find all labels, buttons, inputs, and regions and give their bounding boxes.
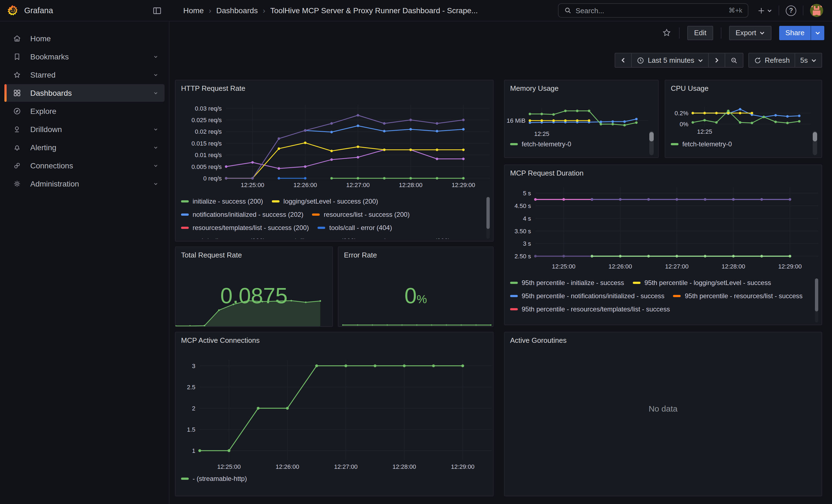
panel-title[interactable]: Active Goroutines <box>510 336 567 344</box>
scrollbar-thumb[interactable] <box>815 278 818 312</box>
avatar[interactable] <box>810 4 823 17</box>
legend-item[interactable]: tools/list - success (200) <box>274 237 356 239</box>
help-icon[interactable]: ? <box>786 5 796 16</box>
sidebar-item-label: Alerting <box>30 143 56 152</box>
panel-active-goroutines: Active Goroutines No data <box>504 332 822 496</box>
refresh-group: Refresh 5s <box>748 53 822 68</box>
panel-cpu-usage: CPU Usage 0.2%0%12:25 fetch-telemetry-0 <box>665 80 822 158</box>
legend-item[interactable]: resources/list - success (200) <box>312 210 410 218</box>
legend-item[interactable]: tools/call - success (200) <box>181 237 265 239</box>
divider <box>679 27 680 38</box>
search-icon <box>564 7 572 14</box>
legend-item[interactable]: notifications/initialized - success (202… <box>181 210 304 218</box>
sidebar-item-starred[interactable]: Starred <box>4 66 164 84</box>
no-data-message: No data <box>504 404 822 413</box>
legend-item[interactable]: 95th percentile - initialize - success <box>510 278 624 287</box>
legend-item[interactable]: fetch-telemetry-0 <box>510 140 571 148</box>
sidebar-item-dashboards[interactable]: Dashboards <box>4 84 164 102</box>
sidebar: HomeBookmarksStarredDashboardsExploreDri… <box>0 22 170 504</box>
grafana-logo-icon[interactable] <box>7 4 19 17</box>
sidebar-item-label: Bookmarks <box>30 52 69 61</box>
share-button[interactable]: Share <box>779 26 810 40</box>
svg-text:2.50 s: 2.50 s <box>515 253 531 260</box>
sidebar-item-home[interactable]: Home <box>4 30 164 47</box>
svg-text:2: 2 <box>192 405 196 412</box>
svg-text:0.015 req/s: 0.015 req/s <box>191 140 222 147</box>
svg-text:12:27:00: 12:27:00 <box>346 182 370 188</box>
legend-item[interactable]: tools/call - error (404) <box>318 223 392 232</box>
refresh-button[interactable]: Refresh <box>748 53 795 68</box>
panel-title[interactable]: MCP Request Duration <box>510 169 583 177</box>
panel-title[interactable]: Memory Usage <box>510 84 558 92</box>
search-input[interactable] <box>576 6 725 15</box>
breadcrumb-separator: › <box>209 6 211 15</box>
time-shift-back-button[interactable] <box>615 53 632 68</box>
zoom-out-button[interactable] <box>724 53 743 68</box>
legend-item[interactable]: unknown - success (200) <box>365 237 450 239</box>
svg-text:0.01 req/s: 0.01 req/s <box>195 152 222 158</box>
time-shift-forward-button[interactable] <box>708 53 725 68</box>
panel-title[interactable]: MCP Active Connections <box>181 336 260 344</box>
panel-title[interactable]: Error Rate <box>344 251 377 259</box>
breadcrumb-dashboards[interactable]: Dashboards <box>216 6 258 15</box>
sidebar-toggle-icon[interactable] <box>152 6 162 15</box>
scrollbar-thumb[interactable] <box>487 197 490 229</box>
legend-item[interactable]: 95th percentile - logging/setLevel - suc… <box>633 278 771 287</box>
breadcrumb-home[interactable]: Home <box>183 6 204 15</box>
plug-icon <box>12 161 22 170</box>
sidebar-item-bookmarks[interactable]: Bookmarks <box>4 48 164 65</box>
svg-text:2.5: 2.5 <box>187 384 196 391</box>
panel-title[interactable]: CPU Usage <box>671 84 708 92</box>
chevron-down-icon <box>152 181 159 187</box>
sidebar-item-connections[interactable]: Connections <box>4 157 164 175</box>
export-button[interactable]: Export <box>729 26 772 40</box>
legend-item[interactable]: logging/setLevel - success (200) <box>272 197 378 205</box>
time-range-group: Last 5 minutes <box>615 53 743 68</box>
panel-http-request-rate: HTTP Request Rate 0 req/s0.005 req/s0.01… <box>175 80 494 242</box>
mcp-active-connections-chart[interactable]: 11.522.5312:25:0012:26:0012:27:0012:28:0… <box>176 332 493 496</box>
svg-text:12:26:00: 12:26:00 <box>276 463 300 470</box>
svg-text:3 s: 3 s <box>523 240 531 247</box>
svg-text:12:27:00: 12:27:00 <box>334 463 358 470</box>
sidebar-item-alerting[interactable]: Alerting <box>4 139 164 156</box>
svg-text:0.2%: 0.2% <box>675 110 688 117</box>
panel-title[interactable]: Total Request Rate <box>181 251 242 259</box>
refresh-interval-picker[interactable]: 5s <box>795 53 822 68</box>
sidebar-item-drilldown[interactable]: Drilldown <box>4 121 164 138</box>
legend-item[interactable]: 95th percentile - resources/list - succe… <box>673 292 803 300</box>
favorite-star-icon[interactable] <box>662 28 672 37</box>
nav-left: Grafana <box>0 0 170 21</box>
edit-button[interactable]: Edit <box>687 26 713 40</box>
add-button[interactable] <box>757 6 772 15</box>
sidebar-item-administration[interactable]: Administration <box>4 175 164 192</box>
svg-text:12:28:00: 12:28:00 <box>399 182 423 188</box>
time-range-picker[interactable]: Last 5 minutes <box>631 53 708 68</box>
share-menu-button[interactable] <box>810 26 824 40</box>
brand-title: Grafana <box>24 6 53 15</box>
search-box[interactable]: ⌘+k <box>558 3 748 18</box>
panel-title[interactable]: HTTP Request Rate <box>181 84 245 92</box>
sidebar-item-label: Dashboards <box>30 88 72 97</box>
legend-item[interactable]: resources/templates/list - success (200) <box>181 223 309 232</box>
chart-legend: - (streamable-http) <box>181 474 483 486</box>
svg-text:16 MiB: 16 MiB <box>507 117 525 124</box>
chevron-down-icon <box>152 144 159 151</box>
legend-item[interactable]: 95th percentile - resources/templates/li… <box>510 305 670 313</box>
legend-item[interactable]: initialize - success (200) <box>181 197 263 205</box>
legend-item[interactable]: fetch-telemetry-0 <box>671 140 732 148</box>
svg-text:12:28:00: 12:28:00 <box>722 263 745 270</box>
clock-icon <box>636 56 644 64</box>
scrollbar-thumb[interactable] <box>649 132 654 141</box>
legend-item[interactable]: - (streamable-http) <box>181 474 247 482</box>
svg-text:5 s: 5 s <box>523 190 531 197</box>
svg-text:4.50 s: 4.50 s <box>515 203 531 209</box>
legend-item[interactable]: 95th percentile - notifications/initiali… <box>510 292 665 300</box>
scrollbar-thumb[interactable] <box>813 132 817 141</box>
chevron-right-icon <box>713 57 720 63</box>
chevron-down-icon <box>698 57 703 63</box>
sidebar-item-explore[interactable]: Explore <box>4 102 164 120</box>
panel-mcp-active-connections: MCP Active Connections 11.522.5312:25:00… <box>175 332 494 496</box>
svg-text:12:28:00: 12:28:00 <box>393 463 416 470</box>
svg-text:12:25:00: 12:25:00 <box>552 263 576 270</box>
chevron-down-icon <box>152 181 159 187</box>
